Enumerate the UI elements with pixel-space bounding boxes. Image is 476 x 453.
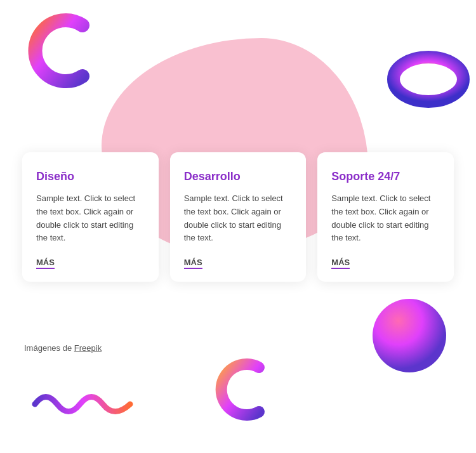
svg-point-1 <box>413 70 444 88</box>
card-soporte-link[interactable]: MÁS <box>331 258 350 269</box>
card-diseno[interactable]: Diseño Sample text. Click to select the … <box>22 152 159 282</box>
freepik-link[interactable]: Freepik <box>74 343 102 353</box>
card-desarrollo[interactable]: Desarrollo Sample text. Click to select … <box>170 152 307 282</box>
card-desarrollo-link[interactable]: MÁS <box>184 258 202 269</box>
cards-container: Diseño Sample text. Click to select the … <box>22 152 454 282</box>
sphere-bottom-right-icon <box>368 294 444 371</box>
card-desarrollo-title: Desarrollo <box>184 170 293 183</box>
card-diseno-title: Diseño <box>36 170 145 183</box>
card-diseno-link[interactable]: MÁS <box>36 258 55 269</box>
torus-top-right-icon <box>387 51 457 102</box>
c-shape-bottom-center-icon <box>209 358 267 415</box>
footer-text: Imágenes de <box>24 343 74 353</box>
footer-credit: Imágenes de Freepik <box>24 343 102 353</box>
card-diseno-text: Sample text. Click to select the text bo… <box>36 192 145 245</box>
wave-bottom-left-icon <box>32 386 127 418</box>
card-soporte-title: Soporte 24/7 <box>331 170 440 183</box>
card-soporte[interactable]: Soporte 24/7 Sample text. Click to selec… <box>317 152 454 282</box>
card-desarrollo-text: Sample text. Click to select the text bo… <box>184 192 293 245</box>
svg-point-2 <box>373 299 446 372</box>
card-soporte-text: Sample text. Click to select the text bo… <box>331 192 440 245</box>
c-shape-top-left-icon <box>22 13 98 89</box>
